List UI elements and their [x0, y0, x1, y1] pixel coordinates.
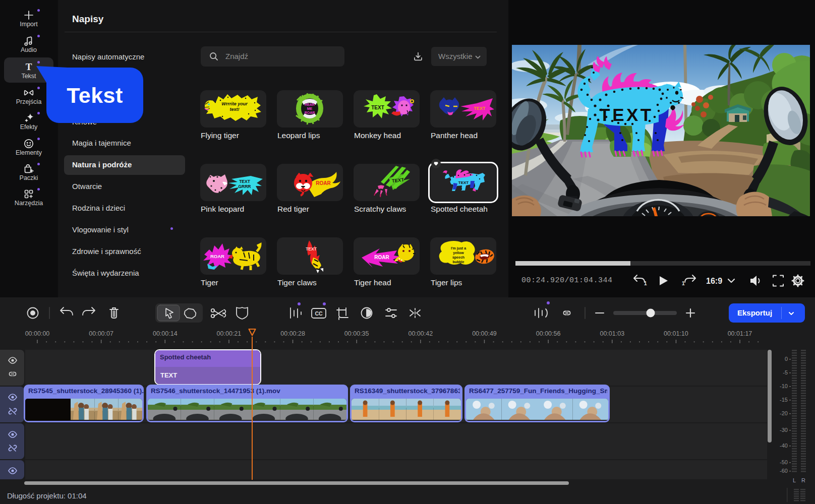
svg-text:00:00:28: 00:00:28 — [280, 330, 305, 337]
svg-text:00:00:21: 00:00:21 — [217, 330, 242, 337]
svg-text:16:9: 16:9 — [706, 277, 722, 285]
svg-text:00:00:00: 00:00:00 — [25, 330, 50, 337]
svg-text:yellow: yellow — [453, 251, 464, 255]
svg-text:ROAR: ROAR — [316, 180, 331, 186]
svg-text:I'm just a: I'm just a — [451, 246, 466, 250]
svg-text:00:00:56: 00:00:56 — [536, 330, 561, 337]
svg-text:GRRR: GRRR — [238, 184, 251, 189]
svg-text:-10: -10 — [780, 383, 788, 389]
svg-text:-50: -50 — [780, 459, 788, 465]
svg-text:00:00:49: 00:00:49 — [472, 330, 497, 337]
svg-text:TEXT: TEXT — [239, 179, 251, 184]
svg-text:ME: ME — [307, 107, 313, 110]
svg-text:00:01:03: 00:01:03 — [600, 330, 624, 337]
svg-text:-20: -20 — [780, 410, 788, 416]
svg-text:1: 1 — [682, 281, 685, 286]
svg-text:00:00:14: 00:00:14 — [153, 330, 178, 337]
svg-text:ROAR: ROAR — [374, 255, 389, 260]
svg-text:Wrrrite your: Wrrrite your — [221, 101, 248, 106]
svg-text:TEXT: TEXT — [306, 246, 317, 251]
svg-text:bubble: bubble — [453, 260, 464, 264]
svg-text:ROAR: ROAR — [210, 254, 224, 259]
svg-text:speech: speech — [452, 256, 464, 260]
svg-text:text!: text! — [229, 107, 239, 112]
svg-text:L: L — [793, 477, 796, 483]
svg-text:00:00:35: 00:00:35 — [344, 330, 369, 337]
svg-text:R: R — [801, 477, 805, 483]
svg-text:00:01:17: 00:01:17 — [728, 330, 752, 337]
svg-text:-40: -40 — [780, 443, 788, 449]
svg-text:TEXT: TEXT — [371, 105, 384, 110]
svg-text:-30: -30 — [780, 427, 788, 433]
svg-text:HEAR: HEAR — [305, 103, 315, 106]
svg-text:-60: -60 — [780, 468, 788, 474]
svg-text:-5: -5 — [783, 369, 788, 375]
svg-text:0: 0 — [785, 356, 788, 362]
svg-text:TEXT: TEXT — [474, 106, 486, 111]
svg-text:-15: -15 — [780, 397, 788, 403]
svg-text:00:00:07: 00:00:07 — [89, 330, 113, 337]
svg-text:1: 1 — [644, 281, 647, 286]
svg-text:ROAR: ROAR — [305, 111, 315, 114]
svg-text:CC: CC — [315, 310, 323, 317]
svg-text:00:01:10: 00:01:10 — [664, 330, 688, 337]
svg-text:00:00:42: 00:00:42 — [408, 330, 433, 337]
